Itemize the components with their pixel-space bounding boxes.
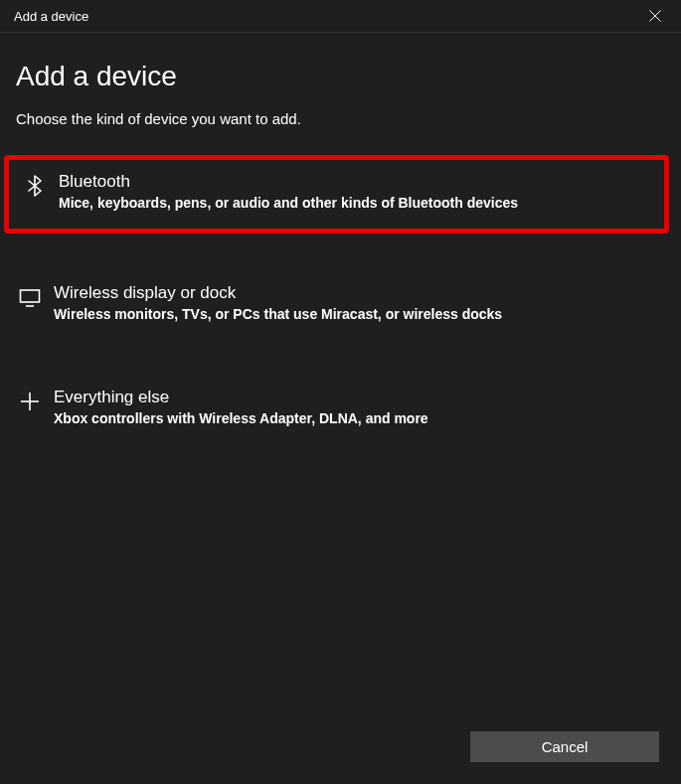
display-icon <box>10 285 50 309</box>
option-wireless-display[interactable]: Wireless display or dock Wireless monito… <box>4 271 669 340</box>
option-bluetooth[interactable]: Bluetooth Mice, keyboards, pens, or audi… <box>4 155 669 234</box>
plus-icon <box>10 390 50 413</box>
option-wireless-title: Wireless display or dock <box>54 283 659 303</box>
option-other-title: Everything else <box>54 388 659 407</box>
window-title: Add a device <box>14 9 88 24</box>
option-bluetooth-title: Bluetooth <box>59 172 654 192</box>
device-options-list: Bluetooth Mice, keyboards, pens, or audi… <box>4 155 669 444</box>
close-icon <box>649 10 661 22</box>
option-bluetooth-desc: Mice, keyboards, pens, or audio and othe… <box>59 194 654 213</box>
dialog-footer: Cancel <box>470 731 659 762</box>
cancel-button[interactable]: Cancel <box>470 731 659 762</box>
option-everything-else[interactable]: Everything else Xbox controllers with Wi… <box>4 376 669 444</box>
bluetooth-icon <box>15 174 55 198</box>
option-other-desc: Xbox controllers with Wireless Adapter, … <box>54 409 659 428</box>
dialog-content: Add a device Choose the kind of device y… <box>0 33 681 444</box>
svg-rect-2 <box>21 290 40 302</box>
titlebar: Add a device <box>0 0 681 33</box>
option-wireless-desc: Wireless monitors, TVs, or PCs that use … <box>54 305 659 324</box>
close-button[interactable] <box>633 0 677 32</box>
page-title: Add a device <box>16 61 665 92</box>
page-subtitle: Choose the kind of device you want to ad… <box>16 110 665 127</box>
